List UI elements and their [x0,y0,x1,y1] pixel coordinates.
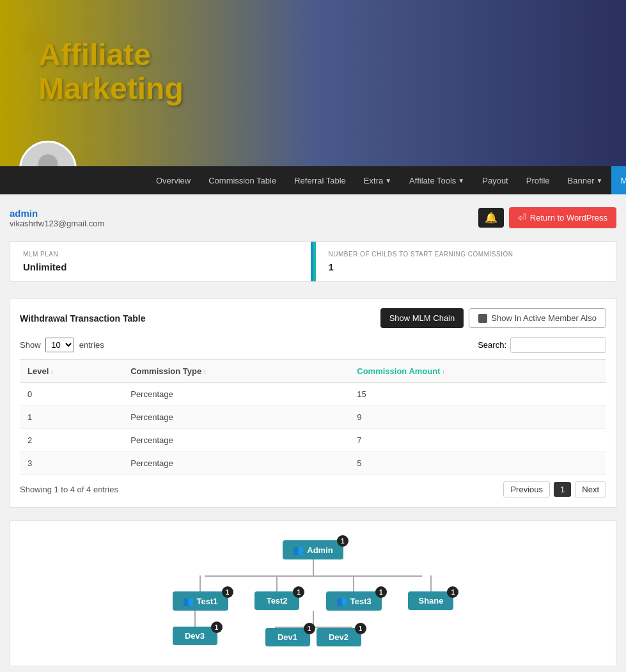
cell-type: Percentage [123,429,349,452]
page-number[interactable]: 1 [554,482,571,497]
nav-banner[interactable]: Banner▼ [559,166,612,194]
node-dev1[interactable]: Dev1 1 [265,628,310,646]
nav-bar: Overview Commission Table Referral Table… [0,166,626,194]
inactive-checkbox[interactable] [478,314,487,323]
return-icon: ⏎ [518,212,526,224]
shane-label: Shane [418,596,443,606]
node-dev2[interactable]: Dev2 1 [317,628,361,646]
nav-payout[interactable]: Payout [473,166,517,194]
test1-label: Test1 [197,597,218,606]
node-shane[interactable]: Shane 1 [408,591,453,610]
cell-amount: 5 [349,452,606,475]
bell-button[interactable]: 🔔 [478,208,504,228]
show-inactive-button[interactable]: Show In Active Member Also [469,308,606,328]
svg-point-0 [38,154,58,166]
nav-multi-tier[interactable]: Multi-Tier( MLM ) [611,166,626,194]
col-level[interactable]: Level [20,360,123,383]
level1-nodes: 👥 Test1 1 Test2 1 [173,575,454,611]
test3-icon: 👥 [336,596,347,606]
v-test1 [200,575,201,591]
mlm-tree: 👥 Admin 1 👥 Test1 1 [173,540,454,646]
info-cards: MLM PLAN Unlimited NUMBER OF CHILDS TO S… [10,241,616,282]
search-label: Search: [478,340,506,350]
cell-level: 2 [20,429,123,452]
cell-level: 3 [20,452,123,475]
dev2-badge: 1 [355,623,366,634]
h-connector [205,575,422,577]
pagination: Previous 1 Next [503,481,606,497]
table-controls: Show 10 25 50 entries Search: [20,337,606,353]
test3-label: Test3 [350,597,372,606]
branch-test2: Test2 1 [254,575,299,611]
level2-connectors: Dev3 1 Dev1 1 [173,611,454,646]
branch-test1: 👥 Test1 1 [173,575,228,611]
cell-type: Percentage [123,452,349,475]
branch-dev1-dev2: Dev1 1 Dev2 1 [265,611,361,646]
banner: Affiliate Marketing [0,0,626,166]
nav-overview[interactable]: Overview [147,166,200,194]
childs-label: NUMBER OF CHILDS TO START EARNING COMMIS… [329,251,604,258]
test1-badge: 1 [222,586,233,598]
show-entries: Show 10 25 50 entries [20,338,104,352]
mlm-diagram: 👥 Admin 1 👥 Test1 1 [10,520,616,666]
nav-profile[interactable]: Profile [517,166,559,194]
user-actions: 🔔 ⏎ Return to WordPress [478,207,616,228]
level1-row-wrap: 👥 Test1 1 Test2 1 [173,575,454,611]
nav-commission-table[interactable]: Commission Table [200,166,285,194]
v-test2 [276,575,278,591]
user-info: admin vikashrtw123@gmail.com [10,208,104,228]
prev-button[interactable]: Previous [503,481,550,497]
affilate-caret: ▼ [458,177,464,184]
dev3-label: Dev3 [185,631,205,641]
table-title: Withdrawal Transaction Table [20,313,145,324]
cell-amount: 9 [349,406,606,429]
cell-amount: 7 [349,429,606,452]
table-row: 0 Percentage 15 [20,383,606,406]
show-mlm-chain-button[interactable]: Show MLM Chain [380,308,464,328]
v-dev3 [194,611,196,627]
cell-type: Percentage [123,406,349,429]
col-commission-amount[interactable]: Commission Amount [349,360,606,383]
nav-affiliate-tools[interactable]: Affilate Tools▼ [400,166,473,194]
table-row: 2 Percentage 7 [20,429,606,452]
shane-badge: 1 [447,586,458,598]
gear-icon [13,13,64,64]
node-test1[interactable]: 👥 Test1 1 [173,591,228,611]
childs-card: NUMBER OF CHILDS TO START EARNING COMMIS… [313,242,616,281]
test2-badge: 1 [293,586,304,598]
admin-label: Admin [307,545,333,555]
avatar [19,141,77,166]
node-dev3[interactable]: Dev3 1 [173,627,217,645]
v-test3 [353,575,354,591]
entries-select[interactable]: 10 25 50 [45,338,74,352]
childs-value: 1 [329,262,604,272]
table-section: Withdrawal Transaction Table Show MLM Ch… [10,298,616,508]
table-header: Withdrawal Transaction Table Show MLM Ch… [20,308,606,328]
test2-label: Test2 [267,596,288,606]
mlm-plan-card: MLM PLAN Unlimited [10,242,313,281]
mlm-plan-value: Unlimited [23,262,298,272]
dev3-badge: 1 [211,621,223,633]
dev1-dev2-row: Dev1 1 Dev2 1 [265,628,361,646]
node-admin[interactable]: 👥 Admin 1 [283,540,343,559]
admin-badge: 1 [337,535,348,547]
table-footer: Showing 1 to 4 of 4 entries Previous 1 N… [20,481,606,497]
cell-type: Percentage [123,383,349,406]
node-test2[interactable]: Test2 1 [254,591,299,610]
cell-level: 0 [20,383,123,406]
table-row: 3 Percentage 5 [20,452,606,475]
banner-caret: ▼ [597,177,603,184]
search-input[interactable] [510,337,606,353]
node-test3[interactable]: 👥 Test3 1 [326,591,382,611]
v-shane [430,575,432,591]
next-button[interactable]: Next [575,481,606,497]
user-email: vikashrtw123@gmail.com [10,219,104,228]
mlm-plan-label: MLM PLAN [23,251,298,258]
nav-referral-table[interactable]: Referral Table [285,166,355,194]
test3-badge: 1 [375,586,387,598]
nav-extra[interactable]: Extra▼ [355,166,400,194]
return-wordpress-button[interactable]: ⏎ Return to WordPress [509,207,616,228]
search-wrap: Search: [478,337,606,353]
extra-caret: ▼ [385,177,391,184]
col-commission-type[interactable]: Commission Type [123,360,349,383]
